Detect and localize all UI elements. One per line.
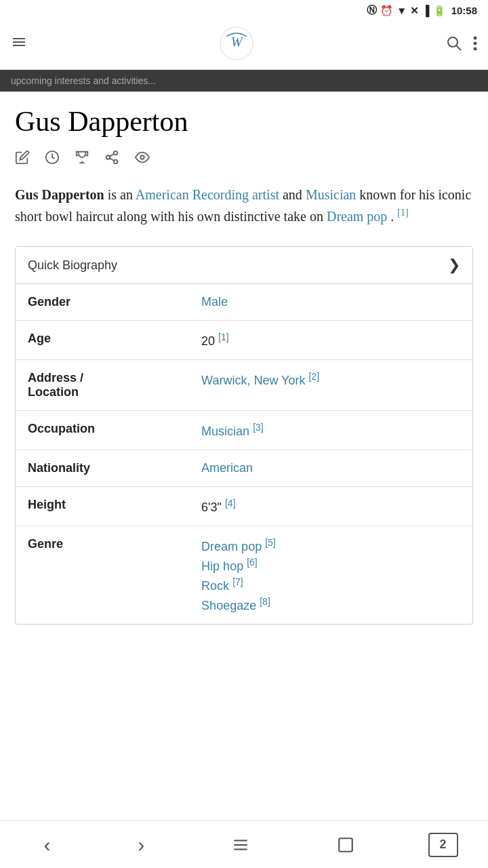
- action-icons: [15, 150, 473, 169]
- table-row: Nationality American: [16, 450, 472, 487]
- occupation-link[interactable]: Musician: [201, 425, 249, 438]
- home-button[interactable]: [218, 831, 263, 859]
- svg-line-16: [110, 154, 114, 157]
- forward-button[interactable]: ›: [124, 828, 158, 862]
- svg-point-17: [140, 155, 144, 159]
- tabs-button[interactable]: 2: [428, 833, 458, 857]
- svg-line-7: [456, 45, 461, 50]
- bio-box-title: Quick Biography: [28, 258, 117, 273]
- eye-icon[interactable]: [134, 150, 150, 169]
- bio-header[interactable]: Quick Biography ❯: [16, 247, 472, 284]
- ref-1[interactable]: [1]: [397, 208, 408, 218]
- bio-value-genre: Dream pop [5] Hip hop [6] Rock [7]: [189, 526, 472, 625]
- article-body: Gus Dapperton is an American Recording a…: [15, 184, 473, 227]
- overview-button[interactable]: [323, 831, 368, 859]
- article-subject: Gus Dapperton: [15, 187, 104, 202]
- bio-value-gender: Male: [189, 284, 472, 321]
- genre-item-hiphop: Hip hop [6]: [201, 557, 460, 574]
- time-display: 10:58: [451, 5, 477, 16]
- shoegaze-genre-link[interactable]: Shoegaze: [201, 599, 256, 612]
- dream-pop-link[interactable]: Dream pop: [327, 209, 387, 224]
- ref-occupation[interactable]: [3]: [253, 422, 264, 433]
- table-row: Occupation Musician [3]: [16, 411, 472, 450]
- table-row: Age 20 [1]: [16, 321, 472, 360]
- signal-icon: ▐: [422, 5, 430, 16]
- svg-point-8: [474, 36, 477, 39]
- bio-box: Quick Biography ❯ Gender Male Age 20 [1]…: [15, 246, 473, 625]
- wifi-icon: ▼: [396, 5, 407, 16]
- table-row: Gender Male: [16, 284, 472, 321]
- article-title: Gus Dapperton: [15, 105, 473, 138]
- svg-text:W: W: [231, 35, 244, 50]
- app-bar: W: [0, 21, 488, 70]
- edit-icon[interactable]: [15, 150, 30, 169]
- menu-button[interactable]: [11, 35, 27, 56]
- back-button[interactable]: ‹: [30, 828, 64, 862]
- bio-value-occupation: Musician [3]: [189, 411, 472, 450]
- svg-point-6: [448, 37, 458, 47]
- genre-item-dreampop: Dream pop [5]: [201, 537, 460, 554]
- bio-label-occupation: Occupation: [16, 411, 189, 450]
- ref-hiphop[interactable]: [6]: [247, 557, 258, 568]
- genre-item-shoegaze: Shoegaze [8]: [201, 596, 460, 613]
- bio-label-nationality: Nationality: [16, 450, 189, 487]
- hip-hop-genre-link[interactable]: Hip hop: [201, 559, 243, 573]
- svg-point-13: [106, 155, 110, 159]
- ref-address[interactable]: [2]: [309, 371, 320, 382]
- svg-point-14: [114, 160, 118, 164]
- ref-age[interactable]: [1]: [218, 332, 229, 342]
- status-icons: Ⓝ ⏰ ▼ ✕ ▐ 🔋: [367, 4, 446, 17]
- battery-icon: 🔋: [433, 5, 446, 17]
- bio-value-height: 6'3" [4]: [189, 487, 472, 526]
- svg-point-12: [114, 151, 118, 155]
- ref-shoegaze[interactable]: [8]: [260, 596, 270, 607]
- bio-value-address: Warwick, New York [2]: [189, 360, 472, 411]
- bio-value-nationality: American: [189, 450, 472, 487]
- american-recording-artist-link[interactable]: American Recording artist: [136, 187, 279, 202]
- musician-link[interactable]: Musician: [306, 187, 356, 202]
- bio-label-genre: Genre: [16, 526, 189, 625]
- genre-item-rock: Rock [7]: [201, 576, 460, 593]
- table-row: Height 6'3" [4]: [16, 487, 472, 526]
- address-link[interactable]: Warwick, New York: [201, 374, 305, 387]
- ref-dreampop[interactable]: [5]: [265, 537, 276, 548]
- banner: upcoming interests and activities...: [0, 70, 488, 92]
- bio-label-address: Address /Location: [16, 360, 189, 411]
- alarm-icon: ⏰: [380, 5, 393, 17]
- dream-pop-genre-link[interactable]: Dream pop: [201, 540, 262, 553]
- bio-label-age: Age: [16, 321, 189, 360]
- nfc-icon: Ⓝ: [367, 4, 377, 17]
- rock-genre-link[interactable]: Rock: [201, 579, 229, 593]
- table-row: Address /Location Warwick, New York [2]: [16, 360, 472, 411]
- bio-table: Gender Male Age 20 [1] Address /Location…: [16, 284, 472, 624]
- bio-label-height: Height: [16, 487, 189, 526]
- page-content: Gus Dapperton: [0, 92, 488, 652]
- share-icon[interactable]: [104, 150, 119, 169]
- search-button[interactable]: [446, 35, 462, 56]
- bio-label-gender: Gender: [16, 284, 189, 321]
- svg-line-15: [110, 158, 114, 161]
- nationality-link[interactable]: American: [201, 461, 253, 475]
- bio-chevron-icon: ❯: [448, 256, 460, 274]
- bio-value-age: 20 [1]: [189, 321, 472, 360]
- more-options-button[interactable]: [473, 35, 477, 56]
- app-logo: W: [220, 26, 253, 64]
- svg-rect-21: [339, 838, 352, 852]
- status-bar: Ⓝ ⏰ ▼ ✕ ▐ 🔋 10:58: [0, 0, 488, 21]
- gender-link[interactable]: Male: [201, 295, 228, 309]
- signal-x-icon: ✕: [410, 5, 419, 17]
- bottom-nav: ‹ › 2: [0, 821, 488, 868]
- history-icon[interactable]: [45, 150, 60, 169]
- ref-rock[interactable]: [7]: [232, 576, 243, 587]
- table-row: Genre Dream pop [5] Hip hop [6] Rock: [16, 526, 472, 625]
- ref-height[interactable]: [4]: [225, 498, 236, 509]
- svg-point-10: [474, 47, 477, 50]
- svg-point-9: [474, 41, 477, 45]
- trophy-icon[interactable]: [75, 150, 89, 169]
